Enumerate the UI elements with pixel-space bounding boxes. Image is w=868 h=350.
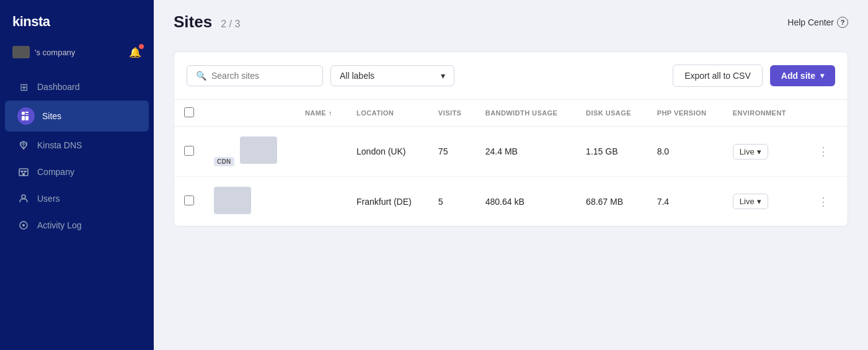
- activity-log-icon: [17, 219, 30, 231]
- site-location: London (UK): [347, 127, 428, 177]
- th-name[interactable]: NAME ↑: [295, 100, 347, 127]
- sidebar-item-kinsta-dns[interactable]: Kinsta DNS: [5, 132, 149, 158]
- site-name-cell[interactable]: [295, 127, 347, 177]
- row-checkbox-cell[interactable]: [174, 177, 204, 227]
- sites-card: 🔍 All labels ▾ Export all to CSV Add sit…: [174, 52, 848, 227]
- th-environment: ENVIRONMENT: [723, 100, 803, 127]
- site-environment: Live ▾: [723, 177, 803, 227]
- sidebar-item-dashboard[interactable]: ⊞ Dashboard: [5, 74, 149, 100]
- help-center-label: Help Center: [787, 17, 834, 27]
- site-bandwidth: 480.64 kB: [476, 177, 576, 227]
- page-count: 2 / 3: [221, 19, 240, 30]
- export-csv-button[interactable]: Export all to CSV: [673, 65, 763, 87]
- sites-icon: [17, 107, 35, 125]
- notification-bell-icon[interactable]: 🔔: [129, 47, 141, 58]
- site-more-actions[interactable]: ⋮: [803, 127, 848, 177]
- more-options-icon[interactable]: ⋮: [813, 143, 834, 160]
- notification-badge: [139, 44, 144, 49]
- th-visits: VISITS: [428, 100, 476, 127]
- svg-rect-5: [25, 116, 29, 120]
- th-disk: DISK USAGE: [576, 100, 647, 127]
- sidebar-item-label: Dashboard: [37, 82, 80, 92]
- th-bandwidth: BANDWIDTH USAGE: [476, 100, 576, 127]
- svg-point-13: [22, 195, 25, 199]
- add-site-label: Add site: [781, 71, 815, 81]
- svg-point-15: [22, 224, 25, 227]
- sidebar-item-activity-log[interactable]: Activity Log: [5, 212, 149, 238]
- users-icon: [17, 192, 30, 205]
- toolbar: 🔍 All labels ▾ Export all to CSV Add sit…: [174, 52, 848, 99]
- help-center-link[interactable]: Help Center ?: [787, 17, 848, 28]
- search-icon: 🔍: [196, 71, 206, 81]
- sidebar: kinsta 's company 🔔 ⊞ Dashboard: [0, 0, 154, 350]
- site-thumbnail-cell: [204, 177, 295, 227]
- table-row: Frankfurt (DE) 5 480.64 kB 68.67 MB 7.4 …: [174, 177, 848, 227]
- site-disk: 68.67 MB: [576, 177, 647, 227]
- search-box[interactable]: 🔍: [187, 65, 323, 86]
- site-thumbnail: [240, 137, 277, 164]
- site-environment: Live ▾: [723, 127, 803, 177]
- svg-rect-4: [22, 116, 25, 120]
- sidebar-item-label: Activity Log: [37, 220, 82, 230]
- sidebar-company-row: 's company 🔔: [0, 41, 154, 68]
- company-name: 's company: [35, 48, 75, 57]
- th-actions: [803, 100, 848, 127]
- site-name-cell[interactable]: [295, 177, 347, 227]
- sidebar-item-sites[interactable]: Sites: [5, 101, 149, 132]
- site-php: 8.0: [647, 127, 723, 177]
- labels-dropdown[interactable]: All labels ▾: [330, 65, 454, 86]
- company-info[interactable]: 's company: [12, 46, 75, 58]
- search-input[interactable]: [211, 71, 314, 81]
- site-location: Frankfurt (DE): [347, 177, 428, 227]
- th-php: PHP VERSION: [647, 100, 723, 127]
- sidebar-item-label: Company: [37, 167, 74, 177]
- table-row: CDN London (UK) 75 24.4 MB 1.15 GB 8.0 L…: [174, 127, 848, 177]
- svg-rect-1: [22, 112, 25, 115]
- site-disk: 1.15 GB: [576, 127, 647, 177]
- select-all-checkbox[interactable]: [184, 107, 194, 117]
- more-options-icon[interactable]: ⋮: [813, 193, 834, 210]
- site-thumbnail: [214, 187, 251, 214]
- content-area: 🔍 All labels ▾ Export all to CSV Add sit…: [154, 42, 868, 350]
- main-header: Sites 2 / 3 Help Center ?: [154, 0, 868, 42]
- th-thumbnail: [204, 100, 295, 127]
- site-more-actions[interactable]: ⋮: [803, 177, 848, 227]
- sites-table-wrap: NAME ↑ LOCATION VISITS BANDWIDTH USAGE D…: [174, 99, 848, 226]
- company-icon: [17, 166, 30, 178]
- add-site-chevron-icon: ▾: [820, 71, 824, 80]
- env-chevron-icon: ▾: [757, 197, 761, 206]
- row-checkbox-cell[interactable]: [174, 127, 204, 177]
- sidebar-item-users[interactable]: Users: [5, 186, 149, 212]
- help-icon: ?: [837, 17, 848, 28]
- table-header-row: NAME ↑ LOCATION VISITS BANDWIDTH USAGE D…: [174, 100, 848, 127]
- site-visits: 5: [428, 177, 476, 227]
- cdn-badge: CDN: [214, 157, 234, 166]
- svg-rect-2: [25, 112, 29, 113]
- company-avatar: [12, 46, 30, 58]
- sidebar-item-label: Kinsta DNS: [37, 140, 82, 150]
- main-content: Sites 2 / 3 Help Center ? 🔍 All labels ▾…: [154, 0, 868, 350]
- sites-table: NAME ↑ LOCATION VISITS BANDWIDTH USAGE D…: [174, 100, 848, 226]
- sidebar-item-company[interactable]: Company: [5, 159, 149, 185]
- page-title-group: Sites 2 / 3: [174, 12, 240, 32]
- page-title: Sites: [174, 12, 212, 32]
- site-visits: 75: [428, 127, 476, 177]
- th-location: LOCATION: [347, 100, 428, 127]
- svg-rect-3: [25, 114, 29, 115]
- site-bandwidth: 24.4 MB: [476, 127, 576, 177]
- select-all-cell[interactable]: [174, 100, 204, 127]
- environment-badge[interactable]: Live ▾: [733, 194, 768, 209]
- row-checkbox[interactable]: [184, 195, 194, 205]
- labels-dropdown-value: All labels: [340, 71, 374, 81]
- svg-text:kinsta: kinsta: [12, 14, 51, 29]
- add-site-button[interactable]: Add site ▾: [770, 65, 835, 86]
- row-checkbox[interactable]: [184, 146, 194, 156]
- sidebar-nav: ⊞ Dashboard Sites: [0, 68, 154, 350]
- sort-arrow-icon: ↑: [329, 109, 332, 117]
- environment-badge[interactable]: Live ▾: [733, 144, 768, 159]
- dashboard-icon: ⊞: [17, 81, 30, 93]
- logo-text: kinsta: [12, 14, 62, 32]
- svg-rect-11: [22, 173, 25, 176]
- kinsta-dns-icon: [17, 139, 30, 151]
- sidebar-item-label: Users: [37, 194, 60, 204]
